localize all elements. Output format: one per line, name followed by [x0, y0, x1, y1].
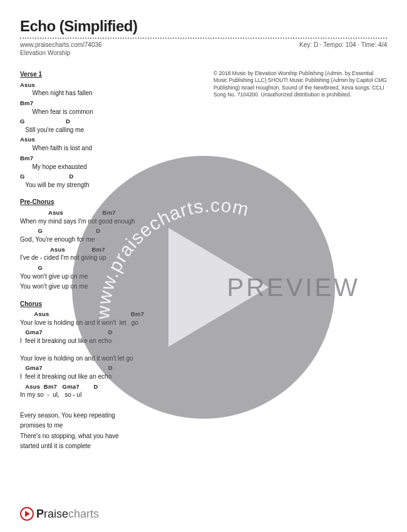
lyric-line: You won't give up on me: [20, 272, 202, 281]
content-columns: Verse 1 Asus When night has fallen Bm7 W…: [20, 70, 387, 453]
divider: [20, 38, 387, 39]
chord-line: G D: [20, 173, 202, 181]
lyric-line: God, You're enough for me: [20, 235, 202, 244]
play-triangle-icon: [25, 511, 30, 517]
lyric-line: When night has fallen: [20, 89, 202, 98]
chord-line: Asus Bm7 Gma7 D: [20, 383, 202, 391]
lyric-line: In my so - ul, so - ul: [20, 391, 202, 399]
lyric-line: promises to me: [20, 421, 202, 430]
brand-text: Praisecharts: [36, 508, 99, 521]
lyric-line: Your love is holding on and it won't let…: [20, 319, 202, 327]
brand-light: charts: [68, 508, 99, 520]
chord-line: Asus: [20, 81, 202, 90]
brand-p: P: [36, 508, 44, 520]
lyric-line: I feel it breaking out like an echo: [20, 372, 202, 381]
chord-line: G D: [20, 118, 202, 126]
brand-dark: raise: [44, 508, 68, 520]
lyrics-column: Verse 1 Asus When night has fallen Bm7 W…: [20, 70, 202, 453]
artist-name: Elevation Worship: [20, 49, 387, 56]
meta-row: www.praisecharts.com/74036 Key: D · Temp…: [20, 41, 387, 48]
lyric-line: When my mind says I'm not good enough: [20, 217, 202, 226]
lyric-line: started until it is complete: [20, 442, 202, 451]
lyric-line: My hope exhausted: [20, 163, 202, 171]
lyric-line: I feel it breaking out like an echo: [20, 337, 202, 345]
lyric-line: You won't give up on me: [20, 282, 202, 291]
lyric-line: Still you're calling me: [20, 126, 202, 135]
copyright-column: © 2018 Music by Elevation Worship Publis…: [214, 70, 387, 453]
chord-line: Gma7 D: [20, 329, 202, 337]
chord-line: Bm7: [20, 155, 202, 163]
section-verse1-label: Verse 1: [20, 70, 202, 79]
copyright-text: © 2018 Music by Elevation Worship Publis…: [214, 70, 387, 99]
chord-line: Asus Bm7: [20, 246, 202, 254]
section-chorus-label: Chorus: [20, 300, 202, 309]
chord-line: Gma7 D: [20, 364, 202, 372]
lyric-line: Every season, You keep repeating: [20, 411, 202, 420]
footer-logo: Praisecharts: [20, 507, 99, 521]
lyric-line: You will be my strength: [20, 181, 202, 190]
chord-line: Bm7: [20, 100, 202, 108]
chord-line: G: [20, 264, 202, 272]
section-prechorus-label: Pre-Chorus: [20, 198, 202, 207]
song-title: Echo (Simplified): [20, 18, 387, 35]
lyric-line: When faith is lost and: [20, 144, 202, 153]
lyric-line: Your love is holding on and it won't let…: [20, 354, 202, 363]
chord-line: G D: [20, 227, 202, 235]
key-tempo-time: Key: D · Tempo: 104 · Time: 4/4: [299, 41, 387, 48]
source-url: www.praisecharts.com/74036: [20, 41, 102, 48]
chord-line: Asus Bm7: [20, 310, 202, 319]
lyric-line: There's no stopping, what you have: [20, 432, 202, 441]
chord-line: Asus Bm7: [20, 209, 202, 217]
lyric-line: I've de - cided I'm not giving up: [20, 253, 202, 262]
chord-line: Asus: [20, 136, 202, 144]
lyric-line: When fear is common: [20, 108, 202, 116]
play-circle-icon: [20, 507, 34, 521]
